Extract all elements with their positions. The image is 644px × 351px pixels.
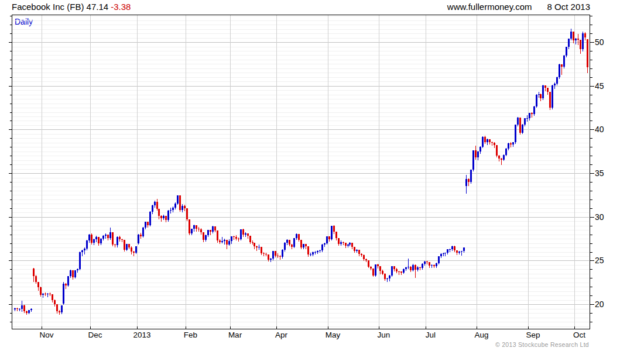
candle-body <box>372 269 374 276</box>
candle-body <box>205 235 207 240</box>
candle-body <box>35 276 37 282</box>
candle-body <box>470 170 472 182</box>
candle-body <box>505 149 507 155</box>
x-tick-label: Aug <box>474 331 488 339</box>
candle-body <box>335 232 337 238</box>
candle-body <box>556 77 558 84</box>
candle-body <box>291 245 293 247</box>
candle-body <box>551 85 553 108</box>
y-tick-label: 25 <box>595 256 604 265</box>
candle-body <box>42 294 44 295</box>
candle-body <box>538 94 540 95</box>
candle-body <box>221 241 223 242</box>
candle-body <box>312 252 314 254</box>
candle-body <box>140 235 142 236</box>
candle-body <box>407 267 409 267</box>
candle-body <box>443 253 444 254</box>
candle-body <box>200 229 202 232</box>
candle-body <box>33 269 35 276</box>
candle-body <box>391 266 393 276</box>
candle-body <box>503 155 505 160</box>
candle-body <box>158 209 160 216</box>
candle-body <box>358 250 360 254</box>
candle-body <box>356 250 358 251</box>
candle-body <box>156 202 158 209</box>
candle-body <box>382 271 383 274</box>
candle-body <box>272 251 274 259</box>
candle-body <box>412 265 414 270</box>
candle-body <box>487 139 488 142</box>
candle-body <box>142 228 144 236</box>
candle-body <box>249 236 251 242</box>
candle-body <box>37 282 39 287</box>
candle-body <box>191 229 193 233</box>
candle-body <box>307 246 309 254</box>
y-tick-label: 30 <box>595 212 604 222</box>
candle-body <box>542 85 544 98</box>
candle-body <box>126 244 128 250</box>
candle-body <box>256 246 258 247</box>
candle-body <box>580 40 581 49</box>
candle-body <box>326 236 328 243</box>
candle-body <box>177 195 179 204</box>
candle-body <box>547 88 549 92</box>
candle-body <box>522 125 523 133</box>
candle-body <box>436 263 437 266</box>
candle-body <box>56 304 58 311</box>
candle-body <box>179 195 181 210</box>
candle-body <box>286 240 288 243</box>
candle-body <box>282 250 283 257</box>
candle-body <box>454 246 455 250</box>
candle-body <box>95 237 97 239</box>
candle-body <box>284 243 286 250</box>
candle-body <box>422 264 423 268</box>
candle-body <box>77 269 78 270</box>
candle-body <box>226 240 228 245</box>
candle-body <box>563 56 565 67</box>
candle-body <box>133 252 135 253</box>
candle-body <box>81 250 83 252</box>
candle-body <box>403 269 405 273</box>
candle-body <box>124 240 125 250</box>
candle-body <box>477 152 479 157</box>
candle-body <box>584 33 586 37</box>
candle-body <box>84 249 85 250</box>
candle-body <box>361 254 362 255</box>
y-tick-label: 35 <box>595 168 604 178</box>
candle-body <box>568 39 570 47</box>
candle-body <box>573 32 574 40</box>
x-tick-label: Feb <box>184 331 197 339</box>
candle-body <box>396 269 398 271</box>
candle-body <box>247 233 249 236</box>
candle-body <box>472 150 474 170</box>
candle-body <box>508 143 509 149</box>
candle-body <box>207 230 209 235</box>
candle-body <box>303 244 304 247</box>
candle-body <box>354 247 355 251</box>
candle-body <box>193 225 195 229</box>
candle-body <box>331 226 333 239</box>
candle-body <box>44 294 46 294</box>
candle-body <box>351 243 353 247</box>
candle-body <box>265 254 267 254</box>
candle-body <box>501 159 502 160</box>
candle-body <box>375 264 376 276</box>
candle-body <box>16 308 18 309</box>
candle-body <box>587 39 588 67</box>
candle-body <box>314 252 316 253</box>
candle-body <box>28 310 30 313</box>
candle-body <box>368 260 369 267</box>
candle-body <box>417 267 419 270</box>
candle-body <box>40 287 42 295</box>
candle-body <box>410 267 412 270</box>
candle-body <box>52 294 53 300</box>
candle-body <box>524 118 526 125</box>
candle-body <box>566 47 567 56</box>
candle-body <box>415 265 416 270</box>
candle-body <box>379 266 381 271</box>
x-tick-label: 2013 <box>133 331 150 339</box>
candle-body <box>475 150 477 157</box>
candles-layer <box>14 29 588 315</box>
candle-body <box>582 33 584 49</box>
candle-body <box>526 118 528 119</box>
